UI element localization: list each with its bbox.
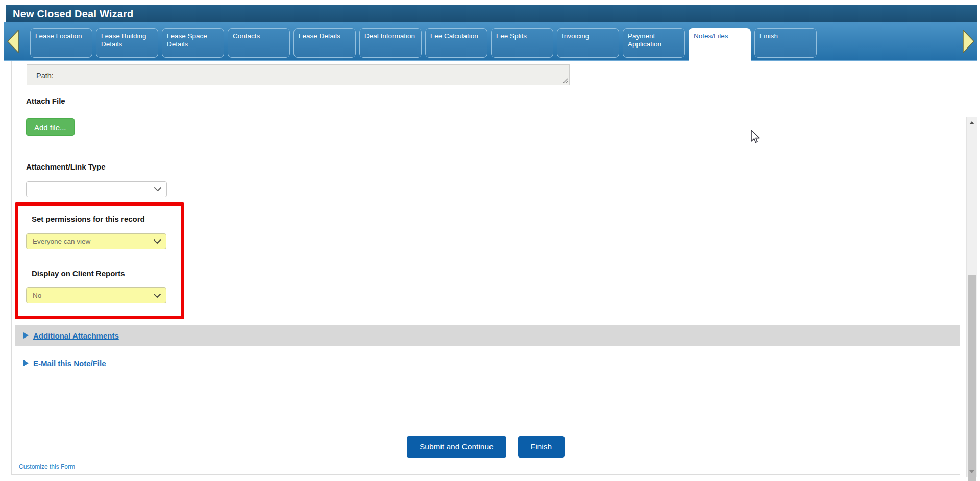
scroll-down-icon[interactable]	[967, 468, 977, 476]
scroll-up-icon[interactable]	[967, 118, 977, 127]
tab-lease-details[interactable]: Lease Details	[293, 28, 356, 58]
permissions-value: Everyone can view	[33, 237, 90, 245]
path-field[interactable]: Path:	[27, 64, 570, 85]
customize-form-link[interactable]: Customize this Form	[19, 463, 75, 470]
tab-lease-building-details[interactable]: Lease Building Details	[96, 28, 158, 58]
form-actions: Submit and Continue Finish	[12, 436, 960, 458]
attach-file-label: Attach File	[26, 97, 65, 105]
client-reports-value: No	[33, 292, 41, 299]
email-note-section: E-Mail this Note/File	[15, 353, 106, 373]
vertical-scrollbar[interactable]	[966, 117, 977, 477]
scrollbar-thumb[interactable]	[968, 275, 976, 481]
tab-payment-application[interactable]: Payment Application	[623, 28, 685, 58]
email-note-toggle[interactable]: E-Mail this Note/File	[33, 359, 106, 368]
tab-scroll-right-icon[interactable]	[962, 29, 975, 54]
play-triangle-icon	[23, 360, 29, 366]
wizard-tab-bar: Lease Location Lease Building Details Le…	[4, 22, 977, 61]
title-bar: New Closed Deal Wizard	[6, 5, 977, 22]
tab-invoicing[interactable]: Invoicing	[557, 28, 619, 58]
chevron-down-icon	[154, 187, 161, 191]
tab-lease-location[interactable]: Lease Location	[30, 28, 92, 58]
textarea-resize-handle-icon[interactable]	[562, 78, 568, 84]
tab-contacts[interactable]: Contacts	[228, 28, 290, 58]
add-file-button[interactable]: Add file...	[26, 118, 75, 136]
finish-button[interactable]: Finish	[518, 436, 565, 458]
submit-and-continue-button[interactable]: Submit and Continue	[407, 436, 506, 458]
play-triangle-icon	[23, 332, 29, 339]
client-reports-select[interactable]: No	[26, 287, 166, 303]
chevron-down-icon	[154, 239, 161, 244]
client-reports-label: Display on Client Reports	[32, 269, 125, 278]
tab-fee-splits[interactable]: Fee Splits	[491, 28, 553, 58]
tab-scroll-left-icon[interactable]	[6, 29, 19, 54]
highlight-annotation-box: Set permissions for this record Everyone…	[15, 202, 184, 319]
tab-strip: Lease Location Lease Building Details Le…	[30, 28, 817, 61]
permissions-label: Set permissions for this record	[32, 214, 145, 223]
form-panel: Path: Attach File Add file... Attachment…	[11, 61, 960, 475]
wizard-window: New Closed Deal Wizard Lease Location Le…	[4, 4, 977, 477]
path-field-label: Path:	[36, 71, 54, 80]
tab-lease-space-details[interactable]: Lease Space Details	[162, 28, 224, 58]
attachment-type-label: Attachment/Link Type	[26, 162, 106, 171]
tab-finish[interactable]: Finish	[754, 28, 817, 58]
tab-deal-information[interactable]: Deal Information	[359, 28, 422, 58]
additional-attachments-section: Additional Attachments	[15, 325, 960, 346]
permissions-select[interactable]: Everyone can view	[26, 233, 166, 249]
page-title: New Closed Deal Wizard	[13, 8, 134, 20]
tab-fee-calculation[interactable]: Fee Calculation	[425, 28, 487, 58]
chevron-down-icon	[154, 294, 161, 298]
additional-attachments-toggle[interactable]: Additional Attachments	[33, 331, 119, 340]
tab-notes-files[interactable]: Notes/Files	[689, 28, 751, 61]
tab-content-notes-files: Path: Attach File Add file... Attachment…	[4, 61, 977, 477]
attachment-type-select[interactable]	[26, 181, 167, 197]
